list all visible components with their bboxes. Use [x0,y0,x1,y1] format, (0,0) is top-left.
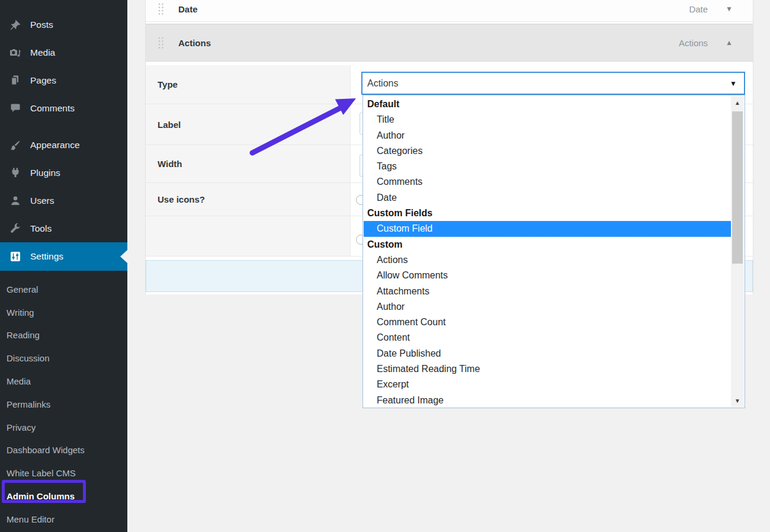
type-select[interactable]: Actions ▼ [361,72,745,95]
dropdown-option-comment-count[interactable]: Comment Count [364,315,731,330]
sidebar-item-users[interactable]: Users [0,187,127,214]
option-group-label: Default [364,97,731,112]
pushpin-icon [9,19,21,31]
admin-columns-highlight-box [2,480,86,503]
column-name: Actions [178,38,211,48]
submenu-item-discussion[interactable]: Discussion [0,347,127,370]
dropdown-option-featured-image[interactable]: Featured Image [364,393,731,407]
plug-icon [9,167,21,179]
dropdown-option-custom-field[interactable]: Custom Field [364,221,731,236]
dropdown-option-allow-comments[interactable]: Allow Comments [364,268,731,283]
dropdown-option-comments[interactable]: Comments [364,174,731,190]
sidebar-item-settings[interactable]: Settings [0,242,127,271]
sidebar-item-label: Pages [30,75,56,86]
type-dropdown-options: DefaultTitleAuthorCategoriesTagsComments… [364,97,731,407]
dropdown-option-excerpt[interactable]: Excerpt [364,377,731,392]
submenu-item-media[interactable]: Media [0,370,127,393]
dropdown-option-date-published[interactable]: Date Published [364,346,731,361]
user-icon [9,195,21,207]
drag-handle-icon[interactable] [158,36,165,49]
column-row-date[interactable]: Date Date ▼ [146,0,753,22]
dropdown-option-title[interactable]: Title [364,112,731,127]
admin-columns-settings-screen: PostsMediaPagesCommentsAppearancePlugins… [0,0,770,532]
dropdown-option-actions[interactable]: Actions [364,252,731,268]
brush-icon [9,139,21,151]
sliders-icon [9,251,21,262]
submenu-item-general[interactable]: General [0,278,127,301]
dropdown-option-author[interactable]: Author [364,128,731,143]
sidebar-item-pages[interactable]: Pages [0,66,127,94]
chevron-up-icon[interactable]: ▲ [726,39,733,46]
option-group-label: Custom [364,237,731,252]
menu-separator [0,122,127,131]
chevron-down-icon[interactable]: ▼ [726,5,733,12]
dropdown-option-categories[interactable]: Categories [364,143,731,159]
sidebar-item-label: Settings [30,251,63,262]
wp-admin-sidebar: PostsMediaPagesCommentsAppearancePlugins… [0,0,127,532]
dropdown-option-date[interactable]: Date [364,190,731,206]
field-label: Label [146,104,351,145]
sidebar-item-media[interactable]: Media [0,39,127,66]
submenu-item-privacy[interactable]: Privacy [0,416,127,439]
pages-icon [9,75,21,86]
media-icon [9,47,21,59]
sidebar-item-label: Comments [30,103,75,114]
scroll-down-icon[interactable]: ▼ [731,394,744,407]
sidebar-item-label: Plugins [30,168,60,178]
column-type: Actions [679,38,708,48]
sidebar-item-posts[interactable]: Posts [0,11,127,39]
drag-handle-icon[interactable] [158,2,165,15]
column-name: Date [178,4,198,14]
type-dropdown: DefaultTitleAuthorCategoriesTagsComments… [362,95,745,408]
submenu-item-reading[interactable]: Reading [0,324,127,347]
scroll-up-icon[interactable]: ▲ [731,96,744,109]
field-label: Use icons? [146,183,351,216]
submenu-item-writing[interactable]: Writing [0,301,127,324]
type-select-value: Actions [367,78,398,89]
comment-icon [9,102,21,114]
sidebar-item-label: Media [30,47,55,58]
dropdown-option-author[interactable]: Author [364,299,731,315]
sidebar-item-label: Appearance [30,140,80,150]
sidebar-item-label: Tools [30,223,52,234]
submenu-item-permalinks[interactable]: Permalinks [0,393,127,416]
scrollbar-thumb[interactable] [732,111,743,264]
dropdown-option-tags[interactable]: Tags [364,159,731,174]
submenu-item-menu-editor[interactable]: Menu Editor [0,508,127,531]
field-label: Type [146,65,351,104]
submenu-item-dashboard-widgets[interactable]: Dashboard Widgets [0,439,127,462]
sidebar-item-appearance[interactable]: Appearance [0,131,127,159]
option-group-label: Custom Fields [364,206,731,221]
active-menu-notch [120,250,127,263]
select-caret-icon: ▼ [730,79,737,88]
dropdown-option-estimated-reading-time[interactable]: Estimated Reading Time [364,361,731,377]
column-row-actions[interactable]: Actions Actions ▲ [146,24,753,62]
sidebar-item-comments[interactable]: Comments [0,94,127,122]
sidebar-item-label: Posts [30,20,53,30]
dropdown-option-attachments[interactable]: Attachments [364,284,731,299]
field-label: Width [146,145,351,182]
wrench-icon [9,223,21,235]
admin-menu: PostsMediaPagesCommentsAppearancePlugins… [0,0,127,271]
sidebar-item-tools[interactable]: Tools [0,214,127,242]
column-type: Date [689,4,708,14]
sidebar-item-plugins[interactable]: Plugins [0,159,127,187]
sidebar-item-label: Users [30,196,54,206]
dropdown-scrollbar[interactable]: ▲ ▼ [731,96,744,407]
dropdown-option-content[interactable]: Content [364,330,731,345]
